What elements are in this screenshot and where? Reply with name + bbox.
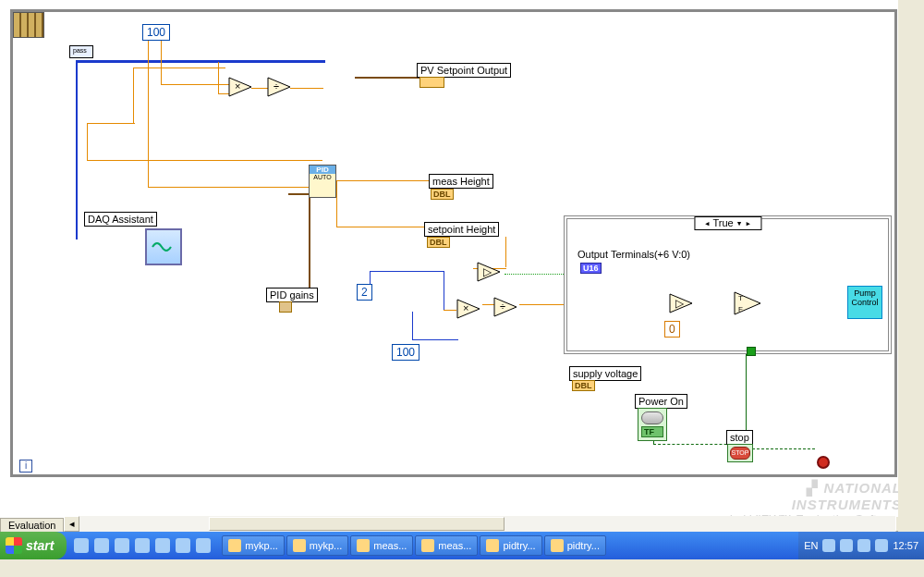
meas-height-label: meas Height: [429, 174, 493, 189]
case-tunnel: [747, 347, 756, 356]
svg-text:F: F: [738, 305, 743, 313]
loop-stop-terminal-icon[interactable]: [817, 456, 830, 469]
array-index-icon: pass: [69, 45, 93, 58]
svg-text:T: T: [738, 294, 743, 302]
pass-label: pass: [73, 47, 87, 54]
numeric-constant-2[interactable]: 2: [357, 284, 372, 301]
output-terminals-terminal[interactable]: U16: [580, 263, 602, 274]
scrollbar-track[interactable]: [79, 516, 895, 532]
multiply-operator-1[interactable]: ×: [228, 77, 252, 97]
language-indicator[interactable]: EN: [804, 540, 818, 551]
quick-launch-icon[interactable]: [94, 538, 109, 553]
numeric-constant-0[interactable]: 0: [664, 321, 680, 338]
block-diagram-canvas[interactable]: 100 pass × ÷ PV Setpoint Output pass DAQ…: [0, 0, 911, 532]
start-button[interactable]: start: [0, 532, 67, 559]
build-array-icon[interactable]: [13, 12, 44, 38]
meas-height-terminal[interactable]: DBL: [431, 189, 454, 200]
tray-icon[interactable]: [857, 539, 870, 552]
quick-launch-icon[interactable]: [196, 538, 211, 553]
system-tray[interactable]: EN 12:57: [798, 532, 924, 559]
divide-operator-2[interactable]: ÷: [493, 297, 517, 317]
setpoint-height-label: setpoint Height: [424, 222, 499, 237]
clock[interactable]: 12:57: [893, 540, 918, 551]
svg-text:×: ×: [463, 302, 468, 313]
taskbar-item[interactable]: pidtry...: [480, 535, 541, 556]
quick-launch-icon[interactable]: [74, 538, 89, 553]
pump-control-vi[interactable]: Pump Control: [847, 286, 882, 319]
stop-button-control[interactable]: STOP: [727, 444, 753, 462]
numeric-constant-100-a[interactable]: 100: [142, 24, 170, 41]
svg-text:▷: ▷: [483, 265, 492, 278]
setpoint-height-terminal[interactable]: DBL: [427, 237, 450, 248]
stop-label: stop: [726, 430, 753, 445]
tray-icon[interactable]: [875, 539, 888, 552]
supply-voltage-terminal[interactable]: DBL: [572, 380, 595, 391]
taskbar-item[interactable]: meas...: [350, 535, 413, 556]
pv-setpoint-output-label: PV Setpoint Output: [417, 63, 511, 78]
quick-launch[interactable]: [67, 538, 218, 553]
app-icon: [228, 539, 241, 552]
tray-icon[interactable]: [822, 539, 835, 552]
case-structure-frame[interactable]: ◂ True ▾ ▸ Output Terminals(+6 V:0) U16 …: [564, 215, 892, 354]
tray-icon[interactable]: [840, 539, 853, 552]
quick-launch-icon[interactable]: [176, 538, 190, 553]
constant-value: 100: [147, 26, 165, 39]
taskbar-item[interactable]: mykp...: [286, 535, 348, 556]
output-terminals-label: Output Terminals(+6 V:0): [575, 248, 693, 261]
pid-gains-terminal[interactable]: [279, 301, 292, 313]
svg-text:×: ×: [235, 80, 240, 92]
pid-gains-label: PID gains: [266, 288, 318, 302]
daq-assistant-vi-icon[interactable]: [145, 228, 182, 265]
right-gutter: [898, 0, 911, 532]
taskbar[interactable]: start mykp... mykp... meas... meas... pi…: [0, 532, 924, 559]
pid-vi-icon[interactable]: PID AUTO: [309, 165, 336, 198]
windows-logo-icon: [6, 537, 22, 554]
app-icon: [357, 539, 370, 552]
scroll-left-button[interactable]: ◂: [64, 516, 79, 532]
pv-setpoint-output-terminal[interactable]: pass: [419, 77, 444, 88]
app-icon: [486, 539, 499, 552]
app-icon: [421, 539, 434, 552]
power-on-label: Power On: [635, 394, 687, 409]
horizontal-scrollbar[interactable]: ◂ ▸: [64, 516, 911, 532]
taskbar-item[interactable]: pidtry...: [544, 535, 606, 556]
app-icon: [551, 539, 564, 552]
numeric-constant-100-b[interactable]: 100: [392, 344, 419, 361]
taskbar-items: mykp... mykp... meas... meas... pidtry..…: [218, 535, 610, 556]
svg-text:÷: ÷: [274, 80, 279, 92]
stop-icon: STOP: [730, 447, 750, 460]
power-on-control[interactable]: TF: [638, 408, 667, 441]
led-icon: [641, 411, 663, 424]
quick-launch-icon[interactable]: [115, 538, 129, 553]
quick-launch-icon[interactable]: [135, 538, 150, 553]
greater-operator-2[interactable]: ▷: [669, 293, 693, 313]
quick-launch-icon[interactable]: [155, 538, 170, 553]
taskbar-item[interactable]: meas...: [415, 535, 478, 556]
app-icon: [293, 539, 306, 552]
divide-operator-1[interactable]: ÷: [267, 77, 291, 97]
taskbar-item[interactable]: mykp...: [222, 535, 284, 556]
case-selector[interactable]: ◂ True ▾ ▸: [694, 216, 761, 230]
svg-text:▷: ▷: [675, 297, 685, 310]
daq-assistant-label: DAQ Assistant: [84, 212, 157, 227]
supply-voltage-label: supply voltage: [569, 366, 641, 381]
greater-operator[interactable]: ▷: [477, 262, 501, 282]
iteration-terminal[interactable]: i: [19, 460, 32, 473]
svg-text:÷: ÷: [500, 301, 505, 312]
multiply-operator-2[interactable]: ×: [456, 299, 480, 319]
while-loop-frame[interactable]: 100 pass × ÷ PV Setpoint Output pass DAQ…: [10, 9, 897, 477]
evaluation-tab[interactable]: Evaluation: [0, 518, 64, 532]
scrollbar-thumb[interactable]: [209, 517, 505, 531]
wave-icon: [151, 238, 176, 256]
select-operator[interactable]: TF: [734, 291, 761, 315]
